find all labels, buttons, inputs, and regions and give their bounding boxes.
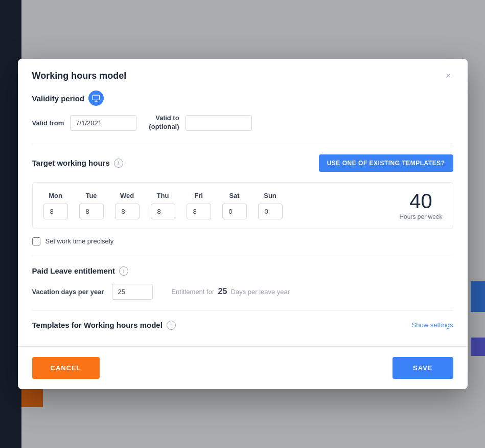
save-button[interactable]: SAVE bbox=[392, 357, 453, 379]
valid-from-input[interactable] bbox=[70, 115, 136, 131]
entitlement-text: Entitlement for 25 Days per leave year bbox=[171, 287, 290, 296]
day-label-thu: Thu bbox=[157, 192, 169, 199]
templates-section-title: Templates for Working hours model bbox=[32, 321, 163, 329]
validity-section: Validity period Valid from bbox=[32, 91, 453, 131]
day-col-sun: Sun bbox=[258, 192, 283, 219]
paid-leave-row: Vacation days per year Entitlement for 2… bbox=[32, 284, 453, 300]
day-label-sat: Sat bbox=[229, 192, 239, 199]
day-col-tue: Tue bbox=[79, 192, 104, 219]
paid-leave-section-header: Paid Leave entitlement i bbox=[32, 266, 453, 276]
day-label-fri: Fri bbox=[194, 192, 203, 199]
day-col-mon: Mon bbox=[43, 192, 68, 219]
templates-section: Templates for Working hours model i Show… bbox=[32, 321, 453, 330]
hours-per-week-label: Hours per week bbox=[399, 213, 442, 220]
paid-leave-section: Paid Leave entitlement i Vacation days p… bbox=[32, 266, 453, 300]
monitor-icon bbox=[88, 91, 104, 106]
valid-to-group: Valid to(optional) bbox=[149, 114, 251, 131]
valid-to-input[interactable] bbox=[186, 115, 252, 131]
show-settings-link[interactable]: Show settings bbox=[412, 321, 453, 329]
svg-rect-0 bbox=[93, 95, 99, 100]
hours-summary: 40 Hours per week bbox=[399, 191, 442, 220]
day-input-mon[interactable] bbox=[43, 204, 68, 219]
day-label-mon: Mon bbox=[49, 192, 62, 199]
day-input-tue[interactable] bbox=[79, 204, 104, 219]
modal-header: Working hours model × bbox=[18, 59, 468, 91]
vacation-days-input[interactable] bbox=[112, 284, 153, 300]
divider-3 bbox=[32, 310, 453, 310]
day-label-sun: Sun bbox=[264, 192, 276, 199]
set-work-time-row: Set work time precisely bbox=[32, 237, 453, 245]
divider-1 bbox=[32, 144, 453, 144]
modal-overlay: Working hours model × Validity period bbox=[0, 0, 485, 448]
day-label-wed: Wed bbox=[120, 192, 134, 199]
day-col-thu: Thu bbox=[150, 192, 176, 219]
validity-row: Valid from Valid to(optional) bbox=[32, 114, 453, 131]
valid-from-label: Valid from bbox=[32, 119, 64, 127]
paid-leave-title: Paid Leave entitlement bbox=[32, 266, 116, 275]
total-hours: 40 bbox=[399, 191, 442, 211]
day-input-fri[interactable] bbox=[187, 204, 211, 219]
set-work-time-checkbox[interactable] bbox=[32, 237, 40, 245]
day-input-wed[interactable] bbox=[115, 204, 140, 219]
day-input-sun[interactable] bbox=[258, 204, 283, 219]
modal-title: Working hours model bbox=[32, 71, 127, 81]
validity-section-title: Validity period bbox=[32, 94, 85, 103]
target-section-title: Target working hours bbox=[32, 159, 110, 167]
days-grid: Mon Tue Wed Thu bbox=[32, 182, 453, 229]
day-col-sat: Sat bbox=[222, 192, 247, 219]
templates-info-icon[interactable]: i bbox=[167, 321, 176, 330]
entitlement-days: 25 bbox=[218, 287, 227, 296]
paid-leave-info-icon[interactable]: i bbox=[119, 266, 128, 276]
day-input-sat[interactable] bbox=[222, 204, 247, 219]
modal-body: Validity period Valid from bbox=[18, 91, 468, 342]
day-col-wed: Wed bbox=[114, 192, 140, 219]
entitlement-prefix: Entitlement for bbox=[171, 288, 214, 296]
working-hours-modal: Working hours model × Validity period bbox=[18, 59, 468, 389]
target-section-header: Target working hours i USE ONE OF EXISTI… bbox=[32, 154, 453, 172]
divider-2 bbox=[32, 256, 453, 256]
vacation-days-label: Vacation days per year bbox=[32, 288, 104, 296]
valid-from-group: Valid from bbox=[32, 115, 137, 131]
day-label-tue: Tue bbox=[85, 192, 97, 199]
target-section-left: Target working hours i bbox=[32, 159, 123, 168]
cancel-button[interactable]: CANCEL bbox=[32, 357, 100, 379]
entitlement-suffix: Days per leave year bbox=[231, 288, 290, 296]
set-work-time-label[interactable]: Set work time precisely bbox=[45, 237, 114, 245]
validity-section-header: Validity period bbox=[32, 91, 453, 106]
target-hours-info-icon[interactable]: i bbox=[114, 159, 123, 168]
templates-section-header: Templates for Working hours model i Show… bbox=[32, 321, 453, 330]
day-input-thu[interactable] bbox=[151, 204, 175, 219]
day-col-fri: Fri bbox=[186, 192, 212, 219]
target-working-hours-section: Target working hours i USE ONE OF EXISTI… bbox=[32, 154, 453, 245]
use-template-button[interactable]: USE ONE OF EXISTING TEMPLATES? bbox=[319, 154, 453, 172]
valid-to-label: Valid to(optional) bbox=[149, 114, 179, 131]
modal-footer: CANCEL SAVE bbox=[18, 346, 468, 389]
close-button[interactable]: × bbox=[444, 69, 453, 82]
